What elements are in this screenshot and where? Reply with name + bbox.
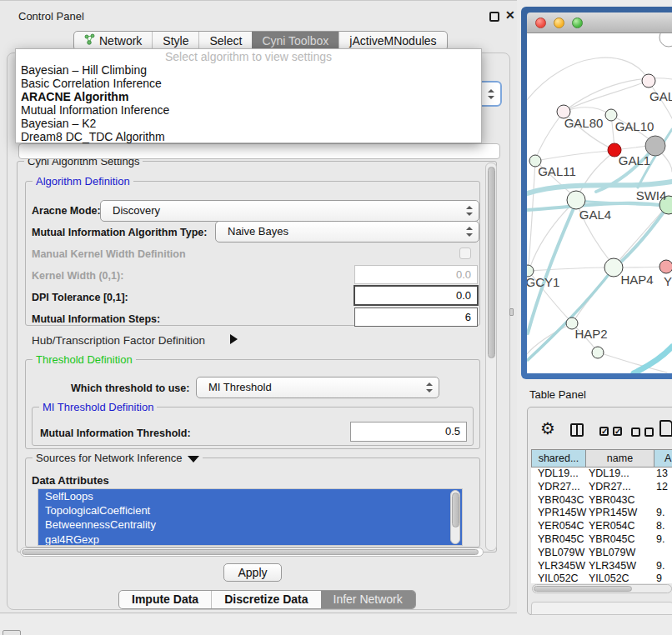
table-row[interactable]: YDR27...YDR27...12 — [531, 481, 672, 494]
tab-select[interactable]: Select — [198, 32, 252, 50]
mi-threshold-input[interactable]: 0.5 — [350, 422, 467, 442]
table-horizontal-scrollbar[interactable] — [532, 584, 672, 593]
tab-infer-network[interactable]: Infer Network — [321, 591, 415, 608]
dropdown-item-bayesian-k2[interactable]: Bayesian – K2 — [16, 117, 481, 130]
cell-shared: YDR27... — [538, 481, 580, 492]
close-traffic-light-icon[interactable] — [535, 18, 546, 28]
table-row[interactable]: YER054CYER054C8. — [531, 520, 672, 533]
node-gal-top[interactable] — [642, 74, 655, 88]
close-icon[interactable]: ✕ — [505, 8, 515, 22]
cell-shared: YBR043C — [538, 494, 584, 506]
panel-resize-handle[interactable] — [509, 308, 514, 316]
table-row[interactable]: YIL052CYIL052C9 — [531, 572, 672, 583]
list-item-betweennesscentrality[interactable]: BetweennessCentrality — [38, 518, 462, 532]
gear-icon[interactable]: ⚙ — [540, 419, 555, 438]
list-item-selfloops[interactable]: SelfLoops — [38, 489, 462, 503]
column-header-shared[interactable]: shared... — [531, 449, 586, 468]
dropdown-item-dream8[interactable]: Dream8 DC_TDC Algorithm — [16, 130, 481, 143]
dropdown-item-aracne[interactable]: ARACNE Algorithm — [16, 90, 481, 103]
expand-arrow-icon[interactable] — [230, 334, 238, 344]
node-label: SWI4 — [636, 188, 667, 202]
table-row[interactable]: YBR045CYBR045C9. — [531, 533, 672, 547]
list-item-topologicalcoefficient[interactable]: TopologicalCoefficient — [38, 503, 462, 518]
data-attributes-label: Data Attributes — [32, 474, 109, 487]
scrollbar-thumb[interactable] — [452, 492, 459, 528]
cell-shared: YER054C — [538, 520, 584, 532]
minimized-window-icon[interactable] — [3, 630, 21, 635]
list-item-gal4rgexp[interactable]: gal4RGexp — [38, 532, 462, 546]
manual-kernel-width-label: Manual Kernel Width Definition — [32, 248, 186, 260]
cell-value: 8. — [656, 520, 664, 532]
network-select-combobox-partial[interactable] — [18, 143, 500, 159]
cell-shared: YBL079W — [538, 547, 584, 558]
cell-value: 9. — [656, 533, 664, 545]
scrollbar-thumb[interactable] — [534, 586, 632, 592]
checked-checkbox-icon[interactable]: ✓ — [599, 427, 609, 436]
table-row[interactable]: YDL19...YDL19...13 — [531, 468, 672, 481]
stepper-icon — [426, 382, 433, 392]
node-label: GAL1 — [619, 153, 650, 168]
tab-cyni-toolbox[interactable]: Cyni Toolbox — [252, 32, 339, 50]
node-label: GAL80 — [564, 116, 604, 130]
tab-label: Select — [209, 32, 242, 50]
scrollbar-thumb[interactable] — [488, 167, 495, 358]
unchecked-checkbox-icon[interactable] — [631, 428, 640, 437]
tab-jactivemnodules[interactable]: jActiveMNodules — [339, 32, 446, 50]
node-label: Y — [664, 274, 672, 288]
tab-label: jActiveMNodules — [349, 32, 436, 50]
settings-vertical-scrollbar[interactable] — [485, 162, 497, 551]
cell-shared: YBR045C — [538, 533, 584, 545]
float-window-icon[interactable] — [489, 12, 499, 22]
manual-kernel-width-checkbox[interactable] — [459, 248, 471, 259]
dropdown-item-bayesian-hill-climbing[interactable]: Bayesian – Hill Climbing — [16, 63, 481, 77]
apply-button[interactable]: Apply — [223, 563, 282, 582]
hub-tf-definition-label[interactable]: Hub/Transcription Factor Definition — [32, 334, 205, 347]
zoom-traffic-light-icon[interactable] — [572, 18, 583, 28]
tab-label: Network — [99, 32, 142, 50]
which-threshold-combobox[interactable]: MI Threshold — [196, 377, 439, 398]
node-label: GAL — [649, 89, 672, 103]
tab-label: Cyni Toolbox — [262, 32, 328, 50]
aracne-mode-combobox[interactable]: Discovery — [100, 200, 479, 222]
document-icon[interactable] — [659, 420, 672, 437]
tab-impute-data[interactable]: Impute Data — [119, 591, 211, 608]
tab-discretize-data[interactable]: Discretize Data — [211, 591, 320, 608]
collapse-arrow-icon[interactable] — [188, 456, 199, 462]
scrollbar-thumb[interactable] — [22, 549, 479, 555]
table-row[interactable]: YPR145WYPR145W9. — [531, 507, 672, 520]
column-header-partial[interactable]: A — [654, 449, 672, 468]
kernel-width-input[interactable]: 0.0 — [354, 265, 478, 284]
mi-steps-label: Mutual Information Steps: — [32, 313, 160, 325]
dropdown-item-basic-correlation[interactable]: Basic Correlation Inference — [16, 77, 481, 90]
dropdown-item-mutual-information[interactable]: Mutual Information Inference — [16, 103, 481, 117]
node-gal4[interactable] — [567, 191, 585, 209]
mi-algorithm-type-combobox[interactable]: Naive Bayes — [215, 221, 479, 242]
dpi-tolerance-input[interactable]: 0.0 — [354, 285, 479, 306]
mi-steps-input[interactable]: 6 — [354, 308, 478, 327]
group-title: Threshold Definition — [33, 353, 136, 366]
checked-checkbox-icon[interactable]: ✓ — [613, 427, 622, 436]
network-icon — [84, 32, 95, 50]
network-canvas[interactable]: GAL GAL80 GAL10 GAL1 GAL11 GAL4 SWI4 GCY… — [527, 33, 672, 373]
minimize-traffic-light-icon[interactable] — [554, 18, 564, 28]
node-unlabeled-top[interactable] — [659, 33, 672, 47]
tab-network[interactable]: Network — [74, 32, 152, 50]
split-columns-icon[interactable] — [570, 423, 584, 437]
cell-name: YER054C — [589, 520, 635, 532]
table-row[interactable]: YLR345WYLR345W9. — [531, 560, 672, 573]
node-label: GAL11 — [538, 164, 576, 178]
table-row[interactable]: YBR043CYBR043C — [531, 494, 672, 508]
cell-shared: YPR145W — [538, 507, 586, 518]
column-header-name[interactable]: name — [585, 449, 654, 468]
node-label: HAP4 — [620, 272, 653, 287]
cell-name: YBL079W — [589, 547, 635, 558]
cell-name: YDR27... — [589, 481, 631, 492]
unchecked-checkbox-icon[interactable] — [644, 428, 654, 437]
node-unlabeled-bottom[interactable] — [592, 347, 604, 358]
attribute-list-scrollbar[interactable] — [450, 490, 460, 544]
network-window-titlebar[interactable] — [527, 12, 672, 33]
node-y[interactable] — [659, 260, 672, 273]
tab-style[interactable]: Style — [152, 32, 198, 50]
settings-horizontal-scrollbar[interactable] — [20, 548, 484, 557]
table-row[interactable]: YBL079WYBL079W — [531, 547, 672, 560]
